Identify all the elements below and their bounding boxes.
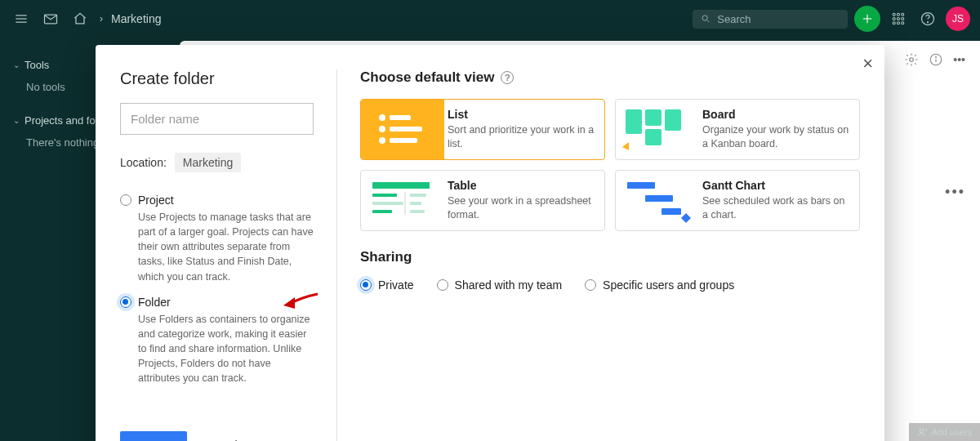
view-card-table[interactable]: Table See your work in a spreadsheet for… <box>360 170 605 231</box>
svg-rect-24 <box>390 115 411 120</box>
location-row: Location: Marketing <box>120 153 314 172</box>
svg-rect-26 <box>390 127 422 131</box>
svg-rect-41 <box>627 182 655 189</box>
view-title: List <box>448 108 596 121</box>
view-desc: Sort and prioritize your work in a list. <box>448 123 596 151</box>
svg-rect-28 <box>390 138 417 143</box>
view-title: Board <box>702 108 851 121</box>
type-option-label: Folder <box>138 296 171 309</box>
svg-rect-39 <box>410 202 421 205</box>
location-chip[interactable]: Marketing <box>175 153 241 172</box>
view-desc: See scheduled work as bars on a chart. <box>702 194 851 222</box>
footer-bar: Add users <box>909 423 980 441</box>
location-label: Location: <box>120 156 167 169</box>
modal-left-pane: Create folder Location: Marketing Projec… <box>120 69 337 441</box>
sharing-label: Private <box>378 278 414 292</box>
sharing-option-private[interactable]: Private <box>360 278 414 292</box>
svg-rect-35 <box>372 202 403 205</box>
sharing-label: Shared with my team <box>455 278 563 292</box>
view-card-board[interactable]: Board Organize your work by status on a … <box>615 99 860 160</box>
svg-rect-29 <box>626 109 642 134</box>
sharing-option-team[interactable]: Shared with my team <box>437 278 563 292</box>
sharing-option-specific[interactable]: Specific users and groups <box>585 278 734 292</box>
help-icon[interactable]: ? <box>501 71 514 84</box>
close-icon[interactable]: × <box>862 55 873 73</box>
svg-rect-33 <box>372 182 430 189</box>
view-card-gantt[interactable]: Gantt Chart See scheduled work as bars o… <box>615 170 860 231</box>
radio-icon <box>585 279 596 291</box>
view-desc: See your work in a spreadsheet format. <box>448 194 596 222</box>
radio-icon <box>360 279 372 291</box>
view-desc: Organize your work by status on a Kanban… <box>702 123 851 151</box>
svg-rect-42 <box>645 195 673 202</box>
add-users-button[interactable]: Add users <box>931 427 972 437</box>
svg-rect-32 <box>665 109 681 131</box>
svg-rect-43 <box>662 208 681 215</box>
table-thumb-icon <box>361 171 444 230</box>
view-title: Gantt Chart <box>702 179 851 192</box>
gantt-thumb-icon <box>616 171 699 230</box>
create-button[interactable]: Create <box>120 431 187 441</box>
type-option-project[interactable]: Project Use Projects to manage tasks tha… <box>120 194 314 284</box>
radio-icon <box>120 296 131 308</box>
type-option-folder[interactable]: Folder Use Folders as containers to orga… <box>120 296 314 386</box>
create-folder-modal: × Create folder Location: Marketing Proj… <box>96 45 884 441</box>
svg-point-23 <box>379 114 385 121</box>
svg-point-44 <box>920 429 924 432</box>
add-user-icon <box>917 427 928 438</box>
svg-point-27 <box>379 137 385 144</box>
modal-title: Create folder <box>120 69 314 88</box>
svg-rect-30 <box>645 109 662 126</box>
svg-rect-34 <box>372 194 397 197</box>
type-option-label: Project <box>138 194 174 207</box>
view-heading: Choose default view ? <box>360 69 860 86</box>
radio-icon <box>437 279 448 291</box>
svg-rect-31 <box>645 129 662 145</box>
board-thumb-icon <box>616 100 699 159</box>
type-option-desc: Use Folders as containers to organize an… <box>120 312 314 386</box>
list-thumb-icon <box>361 100 444 159</box>
sharing-label: Specific users and groups <box>603 278 734 292</box>
modal-right-pane: Choose default view ? List Sort <box>337 69 860 441</box>
view-card-list[interactable]: List Sort and prioritize your work in a … <box>360 99 605 160</box>
folder-name-input[interactable] <box>120 103 314 135</box>
svg-rect-36 <box>372 210 392 213</box>
svg-rect-40 <box>410 210 425 213</box>
sharing-heading: Sharing <box>360 249 860 265</box>
modal-backdrop: × Create folder Location: Marketing Proj… <box>0 0 980 441</box>
svg-point-25 <box>379 126 385 132</box>
sharing-options: Private Shared with my team Specific use… <box>360 278 860 292</box>
svg-rect-38 <box>410 194 426 197</box>
radio-icon <box>120 194 131 206</box>
type-option-desc: Use Projects to manage tasks that are pa… <box>120 210 314 284</box>
view-title: Table <box>448 179 596 192</box>
